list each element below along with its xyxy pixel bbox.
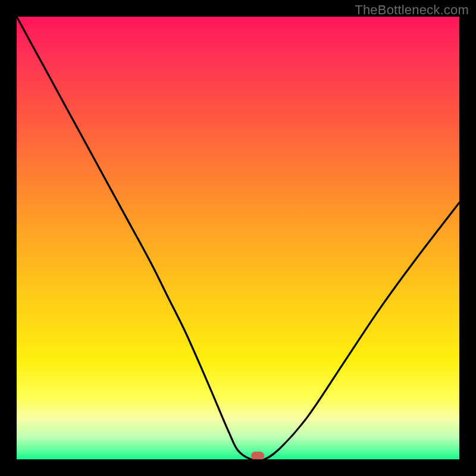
optimal-marker — [251, 452, 264, 459]
watermark-text: TheBottleneck.com — [355, 2, 469, 18]
chart-frame: TheBottleneck.com — [0, 0, 476, 476]
curve-path — [17, 17, 459, 459]
plot-area — [17, 17, 459, 459]
bottleneck-curve — [17, 17, 459, 459]
